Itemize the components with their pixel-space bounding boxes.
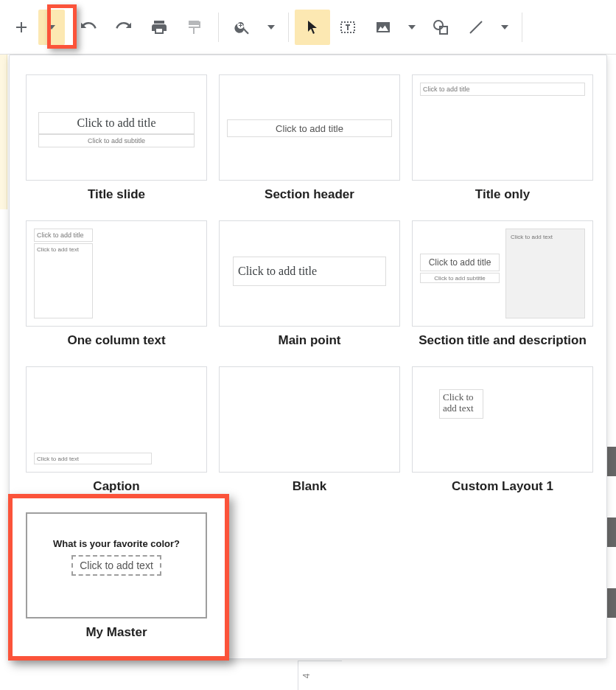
- print-icon: [150, 18, 168, 36]
- paint-format-button[interactable]: [177, 10, 212, 45]
- toolbar-separator: [218, 13, 219, 42]
- line-button[interactable]: [458, 10, 494, 45]
- scrollbar-mark: [607, 518, 616, 547]
- image-dropdown-button[interactable]: [401, 10, 423, 45]
- placeholder-title: Click to add title: [38, 112, 195, 134]
- placeholder-caption: Click to add text: [34, 453, 152, 464]
- undo-icon: [80, 18, 97, 36]
- toolbar-separator: [522, 13, 522, 42]
- layout-option-caption[interactable]: Click to add text Caption: [26, 366, 207, 508]
- placeholder-body: Click to add text: [439, 389, 483, 419]
- slide-panel-edge: [0, 55, 7, 209]
- placeholder-body: Click to add text: [34, 243, 93, 318]
- print-button[interactable]: [141, 10, 177, 45]
- scrollbar-mark: [607, 588, 616, 618]
- shape-icon: [432, 18, 449, 36]
- svg-rect-2: [440, 27, 447, 34]
- layout-option-main-point[interactable]: Click to add title Main point: [219, 220, 400, 362]
- layout-option-blank[interactable]: Blank: [219, 366, 400, 508]
- new-slide-dropdown-button[interactable]: [38, 10, 65, 45]
- svg-point-1: [434, 21, 443, 29]
- layout-thumbnail: Click to add title Click to add subtitle…: [412, 220, 593, 327]
- zoom-dropdown-button[interactable]: [260, 10, 282, 45]
- placeholder-title: Click to add title: [420, 254, 500, 271]
- new-slide-button[interactable]: [4, 10, 38, 45]
- layout-option-title-slide[interactable]: Click to add title Click to add subtitle…: [26, 74, 207, 216]
- layout-label: Custom Layout 1: [452, 478, 553, 508]
- select-tool-button[interactable]: [295, 10, 330, 45]
- image-button[interactable]: [365, 10, 401, 45]
- toolbar: [0, 0, 616, 55]
- cursor-icon: [304, 18, 321, 36]
- layout-thumbnail: Click to add text: [26, 366, 207, 473]
- layout-label: Title slide: [88, 187, 145, 216]
- redo-icon: [115, 18, 133, 36]
- image-icon: [374, 18, 392, 36]
- plus-icon: [13, 18, 30, 36]
- layout-thumbnail: Click to add text: [412, 366, 593, 473]
- placeholder-title: Click to add title: [227, 119, 392, 137]
- layout-label: Main point: [279, 332, 341, 362]
- layout-option-my-master[interactable]: What is your favorite color? Click to ad…: [26, 512, 207, 654]
- layout-option-custom-layout-1[interactable]: Click to add text Custom Layout 1: [412, 366, 593, 508]
- placeholder-body: Click to add text: [505, 229, 585, 318]
- ruler-fragment: 4: [298, 661, 342, 690]
- placeholder-title: What is your favorite color?: [27, 536, 206, 551]
- text-box-icon: [339, 18, 357, 36]
- layout-thumbnail: Click to add title: [219, 220, 400, 327]
- zoom-in-icon: [234, 18, 251, 36]
- layout-picker-panel: Click to add title Click to add subtitle…: [9, 55, 607, 659]
- undo-button[interactable]: [71, 10, 106, 45]
- layout-label: Title only: [475, 187, 530, 216]
- zoom-button[interactable]: [225, 10, 260, 45]
- placeholder-title: Click to add title: [34, 229, 93, 242]
- shape-button[interactable]: [423, 10, 458, 45]
- placeholder-subtitle: Click to add subtitle: [420, 273, 500, 283]
- chevron-down-icon: [48, 25, 55, 29]
- chevron-down-icon: [408, 25, 416, 29]
- redo-button[interactable]: [106, 10, 141, 45]
- line-dropdown-button[interactable]: [494, 10, 516, 45]
- layout-label: Section header: [265, 187, 354, 216]
- layout-thumbnail: [219, 366, 400, 473]
- chevron-down-icon: [501, 25, 508, 29]
- placeholder-subtitle: Click to add subtitle: [38, 134, 195, 147]
- new-slide-split-button: [4, 10, 65, 45]
- line-icon: [467, 18, 485, 36]
- layout-label: One column text: [67, 332, 165, 362]
- layout-thumbnail: Click to add title Click to add subtitle: [26, 74, 207, 181]
- layout-thumbnail: Click to add title Click to add text: [26, 220, 207, 327]
- paint-roller-icon: [186, 18, 203, 36]
- layout-thumbnail: What is your favorite color? Click to ad…: [26, 512, 207, 618]
- layout-option-one-column-text[interactable]: Click to add title Click to add text One…: [26, 220, 207, 362]
- placeholder-body: Click to add text: [71, 555, 161, 576]
- placeholder-title: Click to add title: [233, 257, 386, 286]
- layout-label: My Master: [85, 624, 147, 654]
- layout-label: Caption: [93, 478, 139, 508]
- layout-option-title-only[interactable]: Click to add title Title only: [412, 74, 593, 216]
- toolbar-separator: [288, 13, 289, 42]
- layout-thumbnail: Click to add title: [412, 74, 593, 181]
- layout-label: Section title and description: [419, 332, 587, 362]
- placeholder-title: Click to add title: [420, 83, 585, 96]
- layout-option-section-title-description[interactable]: Click to add title Click to add subtitle…: [412, 220, 593, 362]
- layout-thumbnail: Click to add title: [219, 74, 400, 181]
- textbox-button[interactable]: [330, 10, 365, 45]
- layout-option-section-header[interactable]: Click to add title Section header: [219, 74, 400, 216]
- chevron-down-icon: [267, 25, 275, 29]
- scrollbar-mark: [607, 447, 616, 476]
- layout-label: Blank: [293, 478, 326, 508]
